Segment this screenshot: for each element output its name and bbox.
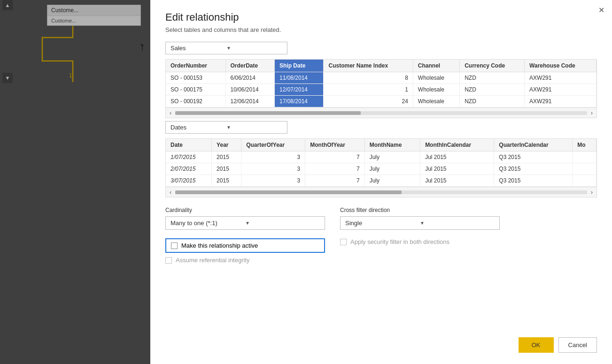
modal-title: Edit relationship xyxy=(165,11,597,23)
cell-orderdate: 6/06/2014 xyxy=(225,72,274,84)
security-filter-row: Apply security filter in both directions xyxy=(340,238,500,245)
cell-warehousecode: AXW291 xyxy=(525,84,597,96)
checkboxes-section: Make this relationship active Assume ref… xyxy=(165,238,325,264)
table2-scroll-right[interactable]: › xyxy=(589,188,595,196)
cardinality-group: Cardinality Many to one (*:1) ▼ Make thi… xyxy=(165,207,325,264)
cell-customernameidx: 8 xyxy=(324,72,413,84)
cell-date: 3/07/2015 xyxy=(166,175,212,187)
cell-monthincalendar: Jul 2015 xyxy=(420,175,494,187)
table2-dropdown-value: Dates xyxy=(170,124,226,131)
cell-year: 2015 xyxy=(212,163,241,175)
cell-quarterofyear: 3 xyxy=(241,163,305,175)
cardinality-dropdown[interactable]: Many to one (*:1) ▼ xyxy=(165,216,325,230)
active-relationship-checkbox-row[interactable]: Make this relationship active xyxy=(165,238,325,253)
crossfilter-arrow: ▼ xyxy=(420,220,495,226)
cell-customernameidx: 24 xyxy=(324,96,413,107)
table-row: 2/07/2015 2015 3 7 July Jul 2015 Q3 2015 xyxy=(166,163,597,175)
table2-col-monthname[interactable]: MonthName xyxy=(364,139,420,152)
cell-date: 2/07/2015 xyxy=(166,163,212,175)
table2-col-mo[interactable]: Mo xyxy=(573,139,597,152)
crossfilter-dropdown[interactable]: Single ▼ xyxy=(340,216,500,230)
cell-channel: Wholesale xyxy=(413,96,459,107)
table1-col-channel[interactable]: Channel xyxy=(413,60,459,72)
cell-monthname: July xyxy=(364,152,420,163)
table2-dropdown[interactable]: Dates ▼ xyxy=(165,121,287,134)
cell-ordernumber: SO - 000192 xyxy=(166,96,225,107)
edit-relationship-modal: ✕ Edit relationship Select tables and co… xyxy=(150,0,612,364)
table1-scrollbar-thumb xyxy=(175,111,360,115)
cardinality-label: Cardinality xyxy=(165,207,325,213)
table1-dropdown-container: Sales ▼ xyxy=(165,42,597,54)
cell-mo xyxy=(573,163,597,175)
table1-col-customernameidx[interactable]: Customer Name Index xyxy=(324,60,413,72)
cell-monthincalendar: Jul 2015 xyxy=(420,152,494,163)
cell-warehousecode: AXW291 xyxy=(525,96,597,107)
modal-footer: OK Cancel xyxy=(165,330,597,353)
cell-quarterofyear: 3 xyxy=(241,175,305,187)
cell-year: 2015 xyxy=(212,175,241,187)
active-relationship-label: Make this relationship active xyxy=(181,242,258,249)
table1-col-warehousecode[interactable]: Warehouse Code xyxy=(525,60,597,72)
cell-quarterincalendar: Q3 2015 xyxy=(494,152,573,163)
cell-year: 2015 xyxy=(212,152,241,163)
cell-date: 1/07/2015 xyxy=(166,152,212,163)
table2-col-monthofyear[interactable]: MonthOfYear xyxy=(305,139,364,152)
cardinality-value: Many to one (*:1) xyxy=(170,220,245,227)
table1-col-ordernumber[interactable]: OrderNumber xyxy=(166,60,225,72)
table1-col-orderdate[interactable]: OrderDate xyxy=(225,60,274,72)
table2-scrollbar-thumb xyxy=(175,190,402,194)
cell-quarterofyear: 3 xyxy=(241,152,305,163)
cell-customernameidx: 1 xyxy=(324,84,413,96)
table1-col-currencycode[interactable]: Currency Code xyxy=(460,60,525,72)
cell-currencycode: NZD xyxy=(460,96,525,107)
cell-quarterincalendar: Q3 2015 xyxy=(494,175,573,187)
cell-shipdate: 17/08/2014 xyxy=(274,96,323,107)
close-button[interactable]: ✕ xyxy=(598,6,604,15)
cell-monthname: July xyxy=(364,163,420,175)
cell-channel: Wholesale xyxy=(413,84,459,96)
cell-orderdate: 12/06/2014 xyxy=(225,96,274,107)
security-filter-label: Apply security filter in both directions xyxy=(350,238,449,245)
referential-integrity-label: Assume referential integrity xyxy=(176,257,250,264)
table1: OrderNumber OrderDate Ship Date Customer… xyxy=(166,60,597,107)
table2-col-quarterofyear[interactable]: QuarterOfYear xyxy=(241,139,305,152)
table2-scrollbar-track[interactable] xyxy=(175,190,587,194)
cell-warehousecode: AXW291 xyxy=(525,72,597,84)
cell-mo xyxy=(573,152,597,163)
table2-col-year[interactable]: Year xyxy=(212,139,241,152)
table2-col-date[interactable]: Date xyxy=(166,139,212,152)
table1-col-shipdate[interactable]: Ship Date xyxy=(274,60,323,72)
cell-ordernumber: SO - 000153 xyxy=(166,72,225,84)
table1-dropdown-arrow: ▼ xyxy=(226,46,282,51)
cell-quarterincalendar: Q3 2015 xyxy=(494,163,573,175)
table-row: SO - 000192 12/06/2014 17/08/2014 24 Who… xyxy=(166,96,597,107)
table2-col-monthincalendar[interactable]: MonthInCalendar xyxy=(420,139,494,152)
active-relationship-checkbox[interactable] xyxy=(171,243,178,249)
cell-orderdate: 10/06/2014 xyxy=(225,84,274,96)
cell-ordernumber: SO - 000175 xyxy=(166,84,225,96)
table2-scroll-left[interactable]: ‹ xyxy=(168,188,173,196)
cancel-button[interactable]: Cancel xyxy=(558,337,597,353)
table1-dropdown[interactable]: Sales ▼ xyxy=(165,42,287,54)
cell-monthincalendar: Jul 2015 xyxy=(420,163,494,175)
table2: Date Year QuarterOfYear MonthOfYear Mont… xyxy=(166,139,597,187)
table1-scroll-right[interactable]: › xyxy=(589,109,595,117)
cell-currencycode: NZD xyxy=(460,72,525,84)
security-checkboxes: Apply security filter in both directions xyxy=(340,238,500,245)
table1-scroll-left[interactable]: ‹ xyxy=(168,109,173,117)
ok-button[interactable]: OK xyxy=(519,337,554,353)
table2-wrapper: Date Year QuarterOfYear MonthOfYear Mont… xyxy=(165,138,597,197)
cell-monthofyear: 7 xyxy=(305,175,364,187)
table2-col-quarterincalendar[interactable]: QuarterInCalendar xyxy=(494,139,573,152)
crossfilter-label: Cross filter direction xyxy=(340,207,500,213)
cell-shipdate: 11/08/2014 xyxy=(274,72,323,84)
cell-channel: Wholesale xyxy=(413,72,459,84)
table1-dropdown-value: Sales xyxy=(170,45,226,52)
table2-dropdown-arrow: ▼ xyxy=(226,125,282,130)
cell-monthofyear: 7 xyxy=(305,163,364,175)
cardinality-arrow: ▼ xyxy=(245,220,320,226)
table1-scrollbar-track[interactable] xyxy=(175,111,587,115)
table-row: 3/07/2015 2015 3 7 July Jul 2015 Q3 2015 xyxy=(166,175,597,187)
table1-wrapper: OrderNumber OrderDate Ship Date Customer… xyxy=(165,59,597,118)
table1-scrollbar: ‹ › xyxy=(166,107,597,118)
